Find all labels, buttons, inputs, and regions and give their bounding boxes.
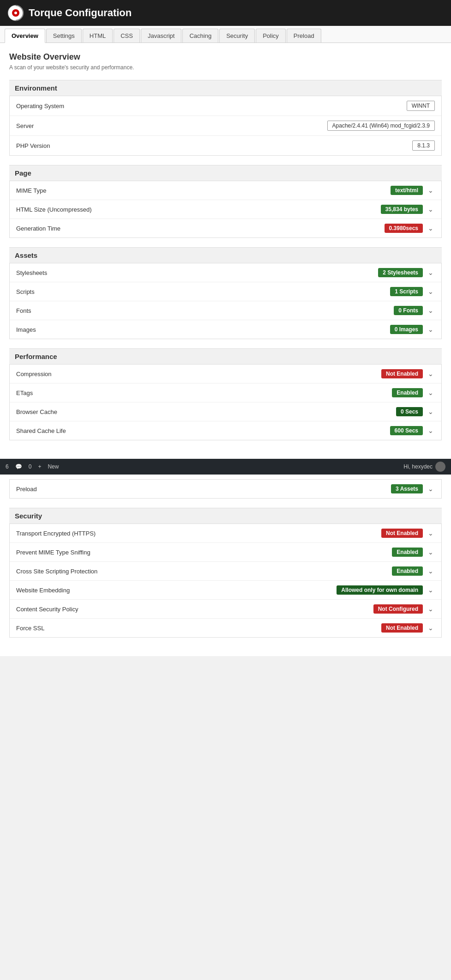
environment-section: Environment Operating System WINNT Serve… (9, 80, 442, 156)
chevron-down-icon[interactable]: ⌄ (427, 268, 435, 277)
comment-icon: 💬 (15, 463, 22, 470)
etags-badge: Enabled (392, 388, 423, 397)
os-value-wrap: WINNT (407, 101, 435, 111)
performance-section: Performance Compression Not Enabled ⌄ ET… (9, 348, 442, 440)
environment-heading: Environment (9, 80, 442, 96)
gen-time-badge: 0.3980secs (385, 224, 423, 233)
tab-security[interactable]: Security (219, 29, 255, 43)
tab-caching[interactable]: Caching (182, 29, 218, 43)
chevron-down-icon[interactable]: ⌄ (427, 408, 435, 416)
mime-sniff-value-wrap: Enabled ⌄ (392, 548, 435, 557)
chevron-down-icon[interactable]: ⌄ (427, 426, 435, 435)
force-ssl-label: Force SSL (16, 625, 44, 632)
chevron-down-icon[interactable]: ⌄ (427, 389, 435, 397)
mime-sniff-label: Prevent MIME Type Sniffing (16, 549, 90, 556)
html-size-value-wrap: 35,834 bytes ⌄ (381, 205, 435, 214)
chevron-down-icon[interactable]: ⌄ (427, 485, 435, 493)
chevron-down-icon[interactable]: ⌄ (427, 529, 435, 537)
new-label[interactable]: New (48, 463, 59, 470)
environment-table: Operating System WINNT Server Apache/2.4… (9, 96, 442, 156)
table-row: Cross Site Scripting Protection Enabled … (10, 562, 441, 581)
xss-label: Cross Site Scripting Protection (16, 568, 97, 575)
chevron-down-icon[interactable]: ⌄ (427, 186, 435, 195)
avatar (435, 462, 445, 472)
html-size-badge: 35,834 bytes (381, 205, 423, 214)
site-number[interactable]: 6 (6, 463, 9, 470)
tab-javascript[interactable]: Javascript (141, 29, 182, 43)
table-row: Transport Encrypted (HTTPS) Not Enabled … (10, 524, 441, 543)
chevron-down-icon[interactable]: ⌄ (427, 287, 435, 296)
compression-value-wrap: Not Enabled ⌄ (381, 369, 435, 378)
server-label: Server (16, 122, 34, 129)
comments-count: 0 (29, 463, 32, 470)
admin-bar-right: Hi, hexydec (403, 462, 445, 472)
images-badge: 0 Images (390, 325, 423, 334)
csp-value-wrap: Not Configured ⌄ (373, 604, 435, 614)
force-ssl-badge: Not Enabled (381, 623, 423, 633)
mime-label: MIME Type (16, 187, 47, 194)
app-logo-icon (7, 5, 24, 21)
csp-badge: Not Configured (373, 604, 423, 614)
security-heading: Security (9, 508, 442, 524)
https-label: Transport Encrypted (HTTPS) (16, 530, 96, 537)
force-ssl-value-wrap: Not Enabled ⌄ (381, 623, 435, 633)
https-badge: Not Enabled (381, 529, 423, 538)
scripts-value-wrap: 1 Scripts ⌄ (390, 287, 435, 296)
page-section-heading: Page (9, 165, 442, 181)
chevron-down-icon[interactable]: ⌄ (427, 567, 435, 575)
browser-cache-badge: 0 Secs (396, 407, 423, 416)
browser-cache-label: Browser Cache (16, 408, 57, 415)
tab-settings[interactable]: Settings (46, 29, 82, 43)
table-row: MIME Type text/html ⌄ (10, 181, 441, 200)
tab-preload[interactable]: Preload (287, 29, 321, 43)
security-section: Security Transport Encrypted (HTTPS) Not… (9, 508, 442, 638)
table-row: Stylesheets 2 Stylesheets ⌄ (10, 263, 441, 282)
tab-bar: Overview Settings HTML CSS Javascript Ca… (0, 26, 451, 43)
greeting: Hi, hexydec (403, 463, 433, 470)
table-row: Shared Cache Life 600 Secs ⌄ (10, 421, 441, 440)
embedding-badge: Allowed only for own domain (337, 585, 423, 595)
page-section: Page MIME Type text/html ⌄ HTML Size (Un… (9, 165, 442, 238)
os-value: WINNT (407, 101, 435, 111)
plus-icon: + (38, 463, 41, 470)
assets-heading: Assets (9, 247, 442, 263)
table-row: PHP Version 8.1.3 (10, 136, 441, 155)
chevron-down-icon[interactable]: ⌄ (427, 586, 435, 594)
php-value: 8.1.3 (412, 140, 435, 151)
preload-table: Preload 3 Assets ⌄ (9, 479, 442, 499)
etags-value-wrap: Enabled ⌄ (392, 388, 435, 397)
scripts-badge: 1 Scripts (390, 287, 423, 296)
gen-time-label: Generation Time (16, 225, 60, 232)
images-value-wrap: 0 Images ⌄ (390, 325, 435, 334)
table-row: Server Apache/2.4.41 (Win64) mod_fcgid/2… (10, 116, 441, 136)
tab-overview[interactable]: Overview (5, 29, 45, 43)
tab-html[interactable]: HTML (83, 29, 113, 43)
browser-cache-value-wrap: 0 Secs ⌄ (396, 407, 435, 416)
table-row: Website Embedding Allowed only for own d… (10, 581, 441, 600)
table-row: Force SSL Not Enabled ⌄ (10, 619, 441, 637)
assets-table: Stylesheets 2 Stylesheets ⌄ Scripts 1 Sc… (9, 263, 442, 339)
server-value-wrap: Apache/2.4.41 (Win64) mod_fcgid/2.3.9 (327, 121, 435, 131)
chevron-down-icon[interactable]: ⌄ (427, 325, 435, 334)
tab-css[interactable]: CSS (114, 29, 140, 43)
gen-time-value-wrap: 0.3980secs ⌄ (385, 224, 435, 233)
chevron-down-icon[interactable]: ⌄ (427, 548, 435, 556)
security-table: Transport Encrypted (HTTPS) Not Enabled … (9, 524, 442, 638)
table-row: Compression Not Enabled ⌄ (10, 365, 441, 383)
chevron-down-icon[interactable]: ⌄ (427, 605, 435, 613)
server-value: Apache/2.4.41 (Win64) mod_fcgid/2.3.9 (327, 121, 435, 131)
chevron-down-icon[interactable]: ⌄ (427, 370, 435, 378)
chevron-down-icon[interactable]: ⌄ (427, 306, 435, 315)
embedding-value-wrap: Allowed only for own domain ⌄ (337, 585, 435, 595)
compression-label: Compression (16, 371, 52, 377)
page-heading: Website Overview (9, 52, 442, 62)
page-subtext: A scan of your website's security and pe… (9, 64, 442, 71)
chevron-down-icon[interactable]: ⌄ (427, 624, 435, 632)
chevron-down-icon[interactable]: ⌄ (427, 205, 435, 213)
mime-value-wrap: text/html ⌄ (391, 186, 435, 195)
app-header: Torque Configuration (0, 0, 451, 26)
tab-policy[interactable]: Policy (256, 29, 286, 43)
chevron-down-icon[interactable]: ⌄ (427, 224, 435, 232)
shared-cache-badge: 600 Secs (390, 426, 423, 435)
os-label: Operating System (16, 103, 64, 110)
